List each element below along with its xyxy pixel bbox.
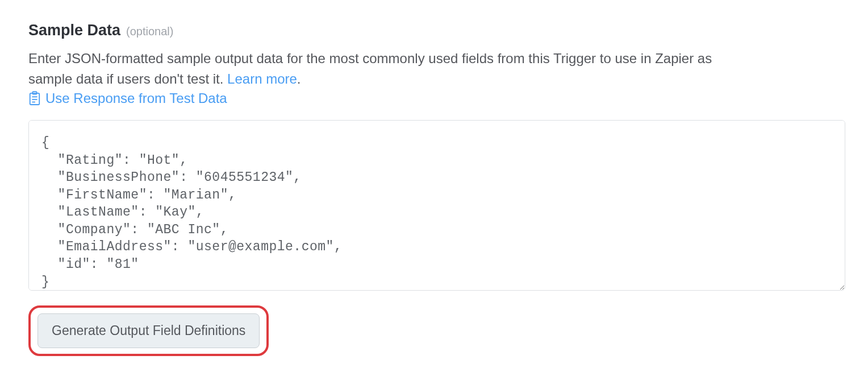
use-response-from-test-data-link[interactable]: Use Response from Test Data xyxy=(45,90,227,106)
sample-data-textarea[interactable] xyxy=(28,120,845,291)
generate-button-highlight: Generate Output Field Definitions xyxy=(28,305,269,356)
heading-title: Sample Data xyxy=(28,22,120,39)
optional-label: (optional) xyxy=(126,25,173,38)
clipboard-icon xyxy=(28,91,41,106)
description-period: . xyxy=(297,71,301,86)
section-description: Enter JSON-formatted sample output data … xyxy=(28,48,733,89)
svg-rect-0 xyxy=(30,93,40,105)
section-heading: Sample Data (optional) xyxy=(28,22,840,39)
generate-output-field-definitions-button[interactable]: Generate Output Field Definitions xyxy=(37,313,260,348)
description-text: Enter JSON-formatted sample output data … xyxy=(28,51,712,86)
use-test-data-row: Use Response from Test Data xyxy=(28,90,227,106)
learn-more-link[interactable]: Learn more xyxy=(227,71,297,86)
